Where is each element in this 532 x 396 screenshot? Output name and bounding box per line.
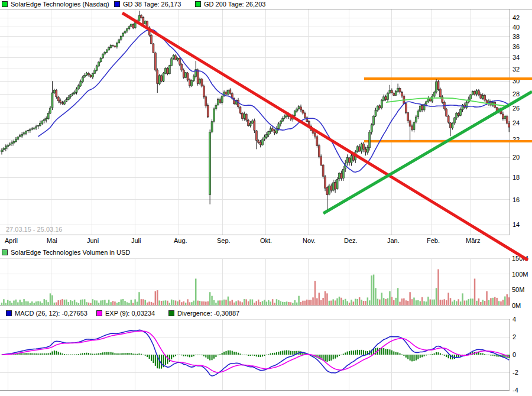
price-tick-label: 42 [512, 14, 520, 21]
gd200-color-swatch [195, 1, 201, 7]
volume-chart: 150M100M50M0M [0, 0, 532, 396]
series-title: SolarEdge Technologies (Nasdaq) [11, 1, 109, 8]
macd-chart: 420-2-4 [0, 0, 532, 396]
legend-item-gd38: GD 38 Tage: 26,173 [114, 1, 181, 8]
trendline-overlay [0, 0, 532, 396]
gd38-label: GD 38 Tage: 26,173 [123, 1, 181, 8]
gd200-label: GD 200 Tage: 26,203 [204, 1, 265, 8]
month-label: März [466, 237, 480, 244]
candles-group [1, 11, 510, 210]
legend-item-gd200: GD 200 Tage: 26,203 [195, 1, 265, 8]
chart-page: { "header": { "series_legend": [ {"label… [0, 0, 532, 396]
gd38-color-swatch [114, 1, 120, 7]
macd-value-label: MACD (26, 12): -0,27653 [15, 310, 87, 317]
volume-title: SolarEdge Technologies Volumen in USD [11, 249, 130, 256]
legend-item-price-series: SolarEdge Technologies (Nasdaq) [2, 1, 109, 8]
date-range-label: 27.03.15 - 25.03.16 [6, 226, 62, 233]
volume-bars-group [1, 270, 510, 306]
macd-histogram-group [1, 348, 510, 368]
month-label: Mai [47, 237, 57, 244]
macd-tick-label: 4 [512, 316, 516, 323]
gd200-line [386, 98, 509, 107]
price-tick-label: 36 [512, 43, 520, 50]
month-label: Jan. [387, 237, 400, 244]
volume-tick-label: 100M [512, 271, 528, 278]
price-tick-label: 38 [512, 33, 520, 40]
exp-legend-item: EXP (9): 0,03234 [96, 310, 155, 317]
month-label: Dez. [344, 237, 358, 244]
month-label: Juli [131, 237, 141, 244]
price-tick-label: 18 [512, 174, 520, 181]
price-tick-label: 34 [512, 54, 520, 61]
series-color-swatch [2, 1, 8, 7]
volume-tick-label: 50M [512, 286, 524, 293]
macd-line [2, 330, 509, 376]
month-label: April [5, 237, 18, 244]
uptrend-line [323, 92, 532, 213]
price-tick-label: 24 [512, 119, 520, 126]
month-label: Aug. [174, 237, 187, 244]
macd-tick-label: 2 [512, 333, 516, 340]
month-label: Juni [87, 237, 99, 244]
price-tick-label: 14 [512, 221, 520, 228]
downtrend-line [122, 13, 528, 260]
month-label: Nov. [303, 237, 316, 244]
price-tick-label: 26 [512, 105, 520, 112]
divergence-legend-item: Divergence: -0,30887 [168, 310, 239, 317]
macd-color-swatch [6, 310, 12, 316]
month-label: Sep. [217, 237, 231, 244]
macd-legend-item: MACD (26, 12): -0,27653 [6, 310, 87, 317]
price-tick-label: 22 [512, 136, 520, 143]
price-tick-label: 32 [512, 66, 520, 73]
price-tick-label: 16 [512, 196, 520, 203]
volume-tick-label: 150M [512, 255, 528, 262]
main-price-chart: 424038363432302826242220181614AprilMaiJu… [0, 0, 532, 396]
month-label: Feb. [427, 237, 440, 244]
divergence-value-label: Divergence: -0,30887 [177, 310, 239, 317]
exp-value-label: EXP (9): 0,03234 [105, 310, 155, 317]
price-tick-label: 28 [512, 90, 520, 98]
volume-tick-label: 0M [512, 302, 521, 309]
exp-color-swatch [96, 310, 102, 316]
macd-tick-label: -2 [512, 369, 518, 376]
volume-color-swatch [2, 249, 8, 255]
month-label: Okt. [260, 237, 272, 244]
gd38-line [38, 30, 510, 172]
divergence-color-swatch [168, 310, 174, 316]
price-tick-label: 20 [512, 154, 520, 161]
macd-tick-label: -4 [512, 387, 518, 394]
macd-signal-line [2, 331, 509, 372]
price-tick-label: 30 [512, 77, 520, 85]
volume-section-title: SolarEdge Technologies Volumen in USD [2, 249, 130, 257]
macd-tick-label: 0 [512, 351, 516, 358]
price-tick-label: 40 [512, 24, 520, 31]
